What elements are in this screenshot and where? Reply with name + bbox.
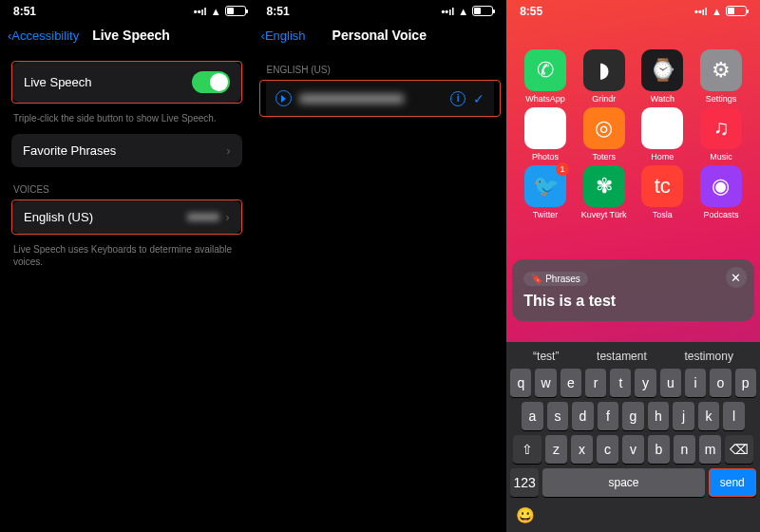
app-grid: ✆WhatsApp◗Grindr⌚Watch⚙Settings✿Photos◎T… — [506, 19, 760, 219]
app-icon: ⚙ — [700, 49, 742, 91]
phrases-tag[interactable]: 🔖 Phrases — [523, 272, 588, 286]
key-e[interactable]: e — [560, 369, 581, 397]
favorite-phrases-row[interactable]: Favorite Phrases › — [11, 134, 242, 167]
app-icon: ◎ — [583, 107, 625, 149]
key-f[interactable]: f — [598, 402, 619, 430]
favorite-phrases-label: Favorite Phrases — [23, 143, 116, 158]
live-speech-toggle[interactable] — [192, 71, 230, 93]
numbers-key[interactable]: 123 — [510, 468, 539, 497]
chevron-right-icon: › — [226, 143, 230, 158]
key-m[interactable]: m — [699, 435, 721, 464]
key-i[interactable]: i — [685, 369, 706, 397]
wifi-icon: ▲ — [211, 6, 221, 17]
key-o[interactable]: o — [710, 369, 731, 397]
personal-voice-row[interactable]: i ✓ — [266, 81, 495, 116]
app-icon: 🐦1 — [524, 165, 566, 207]
key-q[interactable]: q — [510, 369, 531, 397]
app-label: Kuveyt Türk — [581, 210, 627, 219]
clock: 8:51 — [13, 5, 36, 18]
wifi-icon: ▲ — [712, 6, 722, 17]
key-n[interactable]: n — [674, 435, 695, 464]
app-kuveyt-türk[interactable]: ✾Kuveyt Türk — [575, 165, 634, 219]
key-t[interactable]: t — [610, 369, 631, 397]
app-label: Grindr — [592, 94, 616, 104]
back-button[interactable]: ‹ English — [261, 28, 306, 43]
page-title: Live Speech — [92, 28, 170, 43]
app-icon: ◗ — [583, 49, 625, 91]
key-v[interactable]: v — [622, 435, 644, 464]
app-watch[interactable]: ⌚Watch — [633, 49, 692, 104]
chevron-right-icon: › — [225, 210, 229, 224]
signal-icon: ••ıl — [194, 6, 207, 17]
key-p[interactable]: p — [735, 369, 756, 397]
key-k[interactable]: k — [698, 402, 720, 430]
live-speech-label: Live Speech — [24, 75, 92, 89]
phrases-label: Phrases — [545, 274, 580, 284]
info-icon[interactable]: i — [450, 91, 466, 106]
app-icon: ⌚ — [641, 49, 683, 91]
suggestion-bar: test testament testimony — [506, 346, 760, 369]
key-u[interactable]: u — [660, 369, 681, 397]
back-button[interactable]: ‹ Accessibility — [8, 28, 79, 43]
suggestion-3[interactable]: testimony — [685, 350, 733, 363]
app-label: Music — [710, 152, 732, 162]
badge: 1 — [556, 162, 569, 176]
voice-english-row[interactable]: English (US) › — [11, 200, 242, 235]
app-icon: ⌂ — [641, 107, 683, 149]
checkmark-icon: ✓ — [473, 91, 484, 106]
emoji-key[interactable]: 😀 — [506, 502, 760, 532]
key-z[interactable]: z — [545, 435, 567, 464]
bookmark-icon: 🔖 — [531, 274, 542, 284]
key-l[interactable]: l — [723, 402, 745, 430]
screen-home-live-speech: 8:55 ••ıl ▲ ✆WhatsApp◗Grindr⌚Watch⚙Setti… — [506, 0, 760, 532]
close-button[interactable]: ✕ — [726, 267, 747, 288]
key-s[interactable]: s — [547, 402, 569, 430]
key-d[interactable]: d — [572, 402, 594, 430]
key-b[interactable]: b — [648, 435, 670, 464]
app-tosla[interactable]: tcTosla — [633, 165, 692, 219]
delete-key[interactable]: ⌫ — [725, 435, 753, 464]
space-key[interactable]: space — [542, 468, 705, 497]
key-x[interactable]: x — [571, 435, 593, 464]
battery-icon — [472, 6, 493, 16]
app-toters[interactable]: ◎Toters — [575, 107, 634, 162]
key-r[interactable]: r — [585, 369, 606, 397]
send-button[interactable]: send — [709, 468, 756, 497]
signal-icon: ••ıl — [441, 6, 454, 17]
battery-icon — [726, 6, 747, 16]
app-home[interactable]: ⌂Home — [633, 107, 692, 162]
app-music[interactable]: ♫Music — [692, 107, 750, 162]
app-label: Settings — [706, 94, 737, 104]
play-icon[interactable] — [276, 90, 292, 106]
typed-text: This is a test — [523, 293, 743, 310]
voice-lang-header: ENGLISH (US) — [254, 65, 507, 80]
key-c[interactable]: c — [597, 435, 618, 464]
app-icon: ✆ — [524, 49, 566, 91]
key-h[interactable]: h — [648, 402, 670, 430]
key-g[interactable]: g — [622, 402, 644, 430]
key-j[interactable]: j — [673, 402, 694, 430]
app-twitter[interactable]: 🐦1Twitter — [516, 165, 575, 219]
app-whatsapp[interactable]: ✆WhatsApp — [516, 49, 575, 104]
live-speech-footer: Triple-click the side button to show Liv… — [0, 107, 254, 124]
suggestion-1[interactable]: test — [533, 350, 559, 363]
app-settings[interactable]: ⚙Settings — [692, 49, 750, 104]
voices-header: VOICES — [0, 184, 254, 200]
app-icon: ✾ — [583, 165, 625, 207]
page-title: Personal Voice — [332, 28, 427, 43]
live-speech-row[interactable]: Live Speech — [11, 61, 242, 104]
back-label: Accessibility — [11, 28, 79, 43]
battery-icon — [225, 6, 246, 16]
app-icon: tc — [641, 165, 683, 207]
app-grindr[interactable]: ◗Grindr — [575, 49, 634, 104]
key-y[interactable]: y — [635, 369, 656, 397]
app-photos[interactable]: ✿Photos — [516, 107, 575, 162]
app-podcasts[interactable]: ◉Podcasts — [692, 165, 750, 219]
clock: 8:51 — [267, 5, 290, 18]
app-icon: ♫ — [700, 107, 742, 149]
key-w[interactable]: w — [535, 369, 556, 397]
suggestion-2[interactable]: testament — [597, 350, 647, 363]
shift-key[interactable]: ⇧ — [513, 435, 542, 464]
key-a[interactable]: a — [522, 402, 543, 430]
status-bar: 8:55 ••ıl ▲ — [506, 0, 760, 19]
